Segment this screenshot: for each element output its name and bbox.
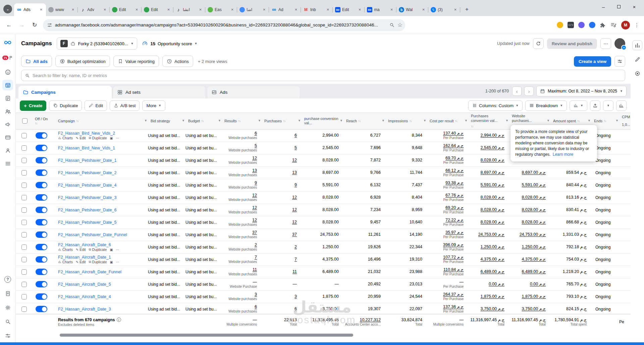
pin-icon[interactable]: ▣ [110,260,113,264]
column-menu-caret[interactable]: ▼ [588,119,591,123]
campaign-name-link[interactable]: F2_Hassan_Aircraft_Date_3 [58,307,146,312]
bookmark-star-icon[interactable]: ☆ [397,22,402,28]
campaign-toggle[interactable] [36,269,47,275]
browser-tab[interactable]: اضا× [237,3,269,16]
campaign-name-link[interactable]: F2_Hassan_Bird_New_Vids_1 [58,146,146,150]
more-actions-icon[interactable]: ⋯ [116,260,119,264]
row-checkbox[interactable] [21,257,27,262]
charts-action[interactable]: Charts [58,260,73,264]
tab-close-icon[interactable]: × [421,7,426,12]
search-box[interactable] [21,70,625,81]
review-publish-button[interactable]: Review and publish [547,39,597,49]
campaign-name-link[interactable]: F2_Hassan_Aircraft_Date_Funnel [58,270,146,274]
learn-more-link[interactable]: Learn more [553,152,573,157]
campaign-name-link[interactable]: F2_Hassan_Aircraft_Date_4 [58,294,146,299]
column-header-purch_conv[interactable]: Purchases conversion val...↑↓▼ [468,113,509,129]
sort-icon[interactable]: ↑↓ [409,119,412,123]
sort-icon[interactable]: ↑↓ [283,119,285,123]
sidebar-item-billing[interactable] [2,132,13,143]
close-button[interactable]: × [627,0,642,13]
meta-logo-icon[interactable] [3,38,12,47]
sidebar-item-help[interactable]: ? [2,274,13,285]
extension-code-icon[interactable]: </> [568,22,574,28]
view-settings-button[interactable] [614,56,625,67]
campaign-name-link[interactable]: F2_Hassan_Petshaver_Date_3 [58,195,146,200]
row-checkbox[interactable] [21,269,27,275]
column-menu-caret[interactable]: ▼ [423,119,426,123]
column-menu-caret[interactable]: ▼ [615,119,619,123]
row-checkbox[interactable] [21,306,27,312]
export-menu-button[interactable]: ▼ [603,100,613,111]
more-options-button[interactable]: ⋯ [600,38,611,49]
browser-tab[interactable]: ∞Ads× [14,3,46,16]
create-view-button[interactable]: Create a view [574,56,611,67]
user-avatar[interactable]: ∞ [614,38,625,49]
column-header-check[interactable] [16,113,32,129]
column-menu-caret[interactable]: ▼ [382,119,385,123]
tab-close-icon[interactable]: × [325,7,330,12]
tab-close-icon[interactable]: × [198,7,203,12]
tab-close-icon[interactable]: × [166,7,171,12]
tab-close-icon[interactable]: × [357,7,362,12]
column-header-toggle[interactable]: Off / On↑↓ [32,113,55,129]
pin-icon[interactable]: ▣ [110,136,113,140]
campaign-toggle[interactable] [36,244,47,250]
row-checkbox[interactable] [21,133,27,138]
browser-tab[interactable]: BēEdit× [333,3,365,16]
date-range-button[interactable]: Maximum: Oct 8, 2022 – Nov 8, 2025 ▼ [536,86,627,96]
horizontal-scrollbar[interactable] [16,333,631,338]
column-header-reach[interactable]: Reach↑↓▼ [343,113,385,129]
browser-tab[interactable]: Edit× [142,3,173,16]
sidebar-item-campaigns[interactable] [2,80,13,90]
column-menu-caret[interactable]: ▼ [465,119,468,123]
duplicate-action[interactable]: ⧉Duplicate [89,248,107,252]
campaign-name-link[interactable]: F2_Hassan_Petshaver_Date_5 [58,220,146,225]
column-menu-caret[interactable]: ▼ [144,119,147,123]
sidebar-item-account-settings[interactable] [2,145,13,156]
browser-tab[interactable]: Eas× [205,3,237,16]
media-controls-icon[interactable] [610,22,617,28]
campaign-toggle[interactable] [36,231,47,238]
edit-button[interactable]: Edit [85,100,107,111]
select-all-checkbox[interactable] [22,118,28,124]
column-menu-caret[interactable]: ▼ [298,119,301,123]
column-header-cpi[interactable]: CPM1,0... [619,113,631,129]
browser-tab[interactable]: ♪Adv× [78,3,110,16]
view-tab-budget-optimization[interactable]: Budget optimization [55,56,110,67]
campaign-toggle[interactable] [36,194,47,201]
more-views-link[interactable]: + 2 more views [198,59,227,64]
reload-button[interactable]: ↻ [29,19,40,31]
edit-panel-button[interactable] [632,54,642,64]
campaign-toggle[interactable] [36,132,47,139]
forward-button[interactable]: → [16,19,28,31]
campaign-toggle[interactable] [36,182,47,188]
browser-tab[interactable]: ∞Ad× [269,3,301,16]
more-actions-icon[interactable]: ⋯ [116,136,119,140]
campaign-toggle[interactable] [36,256,47,263]
view-tab-value-reporting[interactable]: Value reporting [113,56,159,67]
chrome-menu-icon[interactable]: ⋮ [634,22,639,28]
sort-icon[interactable]: ↑↓ [76,119,78,123]
campaign-name-link[interactable]: F2_Hassan_Aircraft_Date_1 [58,255,146,260]
row-checkbox[interactable] [21,183,27,188]
sidebar-item-advertise[interactable] [2,119,13,130]
sort-icon[interactable]: ↑↓ [455,119,458,123]
ab-test-button[interactable]: A/B test [110,100,140,111]
insights-button[interactable] [632,40,642,50]
extension-tag-icon[interactable] [589,22,595,28]
search-input[interactable] [33,73,622,78]
browser-tab[interactable]: Bēma× [365,3,396,16]
row-checkbox[interactable] [21,158,27,163]
address-bar[interactable]: adsmanager.facebook.com/adsmanager/manag… [43,19,405,31]
sidebar-item-audiences[interactable] [2,106,13,117]
campaign-name-link[interactable]: F2_Hassan_Petshaver_Date_4 [58,183,146,188]
campaign-name-link[interactable]: F2_Hassan_Aircraft_Date_6 [58,243,146,247]
tab-campaigns[interactable]: Campaigns [18,86,112,98]
browser-tab[interactable]: MInb× [301,3,333,16]
scrollbar-thumb[interactable] [60,334,353,337]
row-checkbox[interactable] [21,170,27,176]
tab-ads[interactable]: Ads [207,86,300,98]
zoom-icon[interactable] [389,22,395,28]
duplicate-button[interactable]: Duplicate [49,100,82,111]
sidebar-item-ads-reporting[interactable] [2,93,13,104]
